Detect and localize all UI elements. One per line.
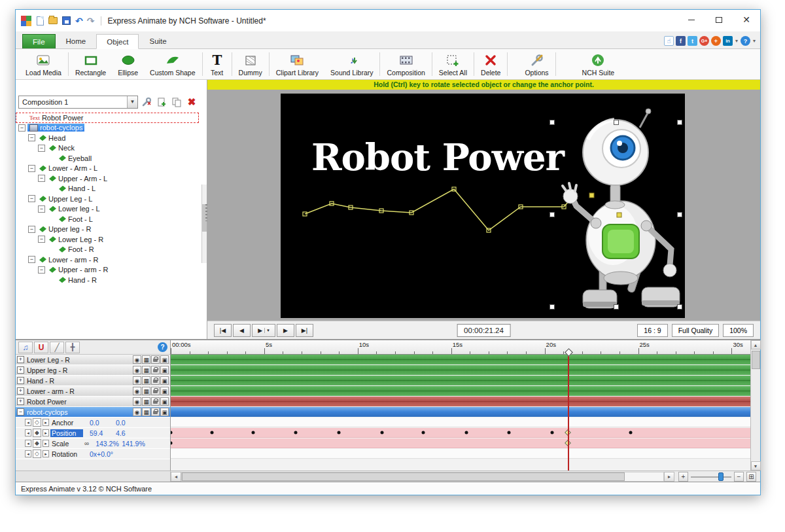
track-lane[interactable]	[171, 386, 750, 396]
visibility-icon[interactable]: ◉	[133, 387, 141, 395]
next-keyframe-button[interactable]: ▸	[43, 429, 49, 436]
tree-expand-toggle[interactable]: −	[38, 236, 45, 243]
matte-icon[interactable]: ▣	[160, 408, 169, 416]
composition-settings-button[interactable]	[140, 96, 153, 109]
prev-keyframe-button[interactable]: ◂	[25, 419, 31, 426]
open-project-icon[interactable]	[48, 17, 58, 24]
matte-icon[interactable]: ▣	[160, 397, 169, 406]
keyframe-toggle[interactable]: ◇	[33, 450, 41, 458]
mute-tool-icon[interactable]: U	[34, 342, 48, 353]
quality-button[interactable]: Full Quality	[672, 324, 720, 337]
track-header[interactable]: + Lower Leg - R ◉ ▦ ▣	[16, 355, 170, 365]
like-icon[interactable]: ☝	[664, 36, 674, 46]
ellipse-button[interactable]: Ellipse	[112, 50, 144, 79]
next-keyframe-button[interactable]: ▸	[43, 419, 49, 426]
selection-handle[interactable]	[677, 304, 682, 310]
clipart-library-button[interactable]: Clipart Library	[270, 50, 324, 79]
track-header[interactable]: − robot-cyclops ◉ ▦ ▣	[16, 407, 170, 417]
keyframe[interactable]	[551, 431, 554, 434]
twitter-icon[interactable]: t	[688, 36, 697, 46]
tab-file[interactable]: File	[22, 34, 56, 48]
custom-shape-button[interactable]: Custom Shape	[144, 50, 201, 79]
property-row[interactable]: ◂ ◆ ▸ Scale ∞ 143.2% 141.9%	[16, 438, 170, 449]
automation-curve-icon[interactable]: ╱	[50, 342, 64, 353]
track-expand-toggle[interactable]: +	[17, 377, 24, 384]
tab-suite[interactable]: Suite	[139, 33, 177, 48]
tree-item[interactable]: − Upper - arm - R	[16, 265, 207, 275]
googleplus-icon[interactable]: G+	[699, 36, 709, 46]
tree-expand-toggle[interactable]: −	[28, 256, 35, 263]
delete-button[interactable]: Delete	[475, 50, 506, 79]
tree-expand-toggle[interactable]: −	[38, 205, 45, 213]
add-composition-button[interactable]	[155, 96, 168, 109]
visibility-icon[interactable]: ◉	[133, 397, 141, 406]
zoom-out-icon[interactable]: −	[734, 472, 744, 482]
property-label[interactable]: Rotation	[50, 450, 83, 458]
link-icon[interactable]: ∞	[84, 440, 89, 447]
frames-icon[interactable]: ▦	[142, 397, 150, 406]
lock-icon[interactable]	[151, 355, 160, 364]
previous-frame-button[interactable]: ◀	[233, 324, 251, 337]
tree-scrollbar[interactable]	[201, 185, 207, 263]
zoom-slider-thumb[interactable]	[718, 472, 724, 481]
matte-icon[interactable]: ▣	[160, 355, 169, 364]
track-expand-toggle[interactable]: +	[17, 356, 24, 363]
facebook-icon[interactable]: f	[676, 36, 686, 46]
delete-composition-button[interactable]: ✖	[185, 96, 198, 109]
pan-tool-icon[interactable]: ╋	[65, 342, 80, 353]
tree-item[interactable]: − Lower - arm - R	[16, 255, 207, 265]
keyframe[interactable]	[421, 431, 425, 434]
track-expand-toggle[interactable]: +	[17, 366, 24, 374]
tree-item[interactable]: Hand - L	[16, 184, 207, 194]
current-keyframe[interactable]	[565, 429, 571, 436]
keyframe[interactable]	[338, 431, 341, 434]
prev-keyframe-button[interactable]: ◂	[25, 440, 31, 447]
go-to-start-button[interactable]: |◀	[214, 324, 232, 337]
selection-handle[interactable]	[550, 120, 555, 125]
track-lane[interactable]	[171, 407, 750, 417]
track-header[interactable]: + Upper leg - R ◉ ▦ ▣	[16, 365, 170, 376]
tree-item[interactable]: − Neck	[16, 143, 207, 154]
property-lane[interactable]	[171, 428, 750, 438]
duplicate-composition-button[interactable]	[170, 96, 183, 109]
selection-handle[interactable]	[614, 304, 619, 310]
new-project-icon[interactable]	[37, 16, 44, 26]
scroll-down-icon[interactable]: ▼	[751, 461, 761, 470]
property-lane[interactable]	[171, 449, 750, 459]
property-lane[interactable]	[171, 438, 750, 448]
composition-canvas[interactable]: Robot Power	[281, 94, 685, 318]
dummy-button[interactable]: Dummy	[233, 50, 268, 79]
save-project-icon[interactable]	[62, 16, 71, 25]
tree-expand-toggle[interactable]: −	[18, 124, 26, 132]
go-to-end-button[interactable]: ▶|	[296, 324, 313, 337]
motion-path[interactable]	[303, 187, 575, 232]
next-frame-button[interactable]: ▶	[277, 324, 294, 337]
frames-icon[interactable]: ▦	[142, 366, 150, 374]
timeline-help-icon[interactable]: ?	[158, 342, 167, 352]
tree-item[interactable]: − robot-cyclops	[16, 123, 207, 133]
tab-home[interactable]: Home	[56, 33, 97, 48]
horizontal-scroll-track[interactable]	[181, 472, 664, 482]
scroll-up-icon[interactable]: ▲	[751, 340, 761, 349]
matte-icon[interactable]: ▣	[160, 366, 169, 374]
track-expand-toggle[interactable]: −	[17, 408, 24, 416]
zoom-fit-icon[interactable]: ⊞	[746, 472, 756, 482]
keyframe[interactable]	[171, 431, 173, 434]
tree-item[interactable]: Text Robot Power	[16, 113, 199, 123]
track-expand-toggle[interactable]: +	[17, 398, 24, 405]
tree-item[interactable]: − Head	[16, 133, 207, 143]
tree-expand-toggle[interactable]: −	[38, 175, 45, 182]
tree-expand-toggle[interactable]: −	[28, 226, 35, 233]
timeline-ruler[interactable]: 00:00s5s10s15s20s25s30s	[171, 340, 750, 355]
chevron-down-icon[interactable]: ▼	[127, 96, 137, 108]
minimize-button[interactable]	[678, 10, 705, 29]
horizontal-scroll-thumb[interactable]	[182, 472, 625, 481]
options-button[interactable]: Options	[519, 50, 554, 79]
visibility-icon[interactable]: ◉	[133, 366, 141, 374]
text-button[interactable]: T Text	[203, 50, 231, 79]
canvas-area[interactable]: Robot Power	[207, 90, 760, 321]
undo-icon[interactable]: ↶	[75, 16, 83, 26]
linkedin-icon[interactable]: in	[723, 36, 733, 46]
help-icon[interactable]: ?	[741, 36, 750, 46]
property-row[interactable]: ◂ ◇ ▸ Rotation ∞ 0x+0.0°	[16, 449, 170, 459]
